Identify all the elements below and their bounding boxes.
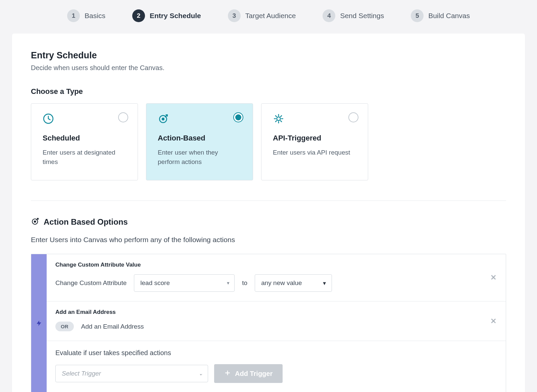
action-based-header: Action Based Options (31, 217, 506, 227)
page-subtitle: Decide when users should enter the Canva… (31, 64, 506, 72)
step-target-audience[interactable]: 3 Target Audience (228, 9, 296, 22)
gear-icon (273, 113, 284, 124)
type-card-action-based[interactable]: Action-Based Enter user when they perfor… (146, 103, 253, 180)
trigger-row-title: Add an Email Address (55, 309, 497, 316)
choose-a-type-heading: Choose a Type (31, 87, 506, 96)
step-label: Send Settings (340, 12, 384, 20)
step-label: Build Canvas (428, 12, 470, 20)
add-trigger-button[interactable]: Add Trigger (214, 364, 283, 383)
action-based-subheading: Enter Users into Canvas who perform any … (31, 236, 506, 244)
main-panel: Entry Schedule Decide when users should … (12, 34, 525, 392)
evaluate-row: Evaluate if user takes specified actions… (47, 341, 506, 392)
select-trigger[interactable]: Select Trigger ⌄ (55, 365, 208, 382)
svg-point-2 (162, 118, 165, 121)
type-card-scheduled[interactable]: Scheduled Enter users at designated time… (31, 103, 138, 180)
type-card-title: Scheduled (43, 134, 126, 143)
triggers-body: Change Custom Attribute Value Change Cus… (47, 254, 506, 392)
attribute-select[interactable]: lead score ▾ (134, 274, 235, 292)
select-trigger-placeholder: Select Trigger (62, 370, 101, 377)
type-card-title: API-Triggered (273, 134, 356, 143)
target-icon (31, 217, 40, 227)
type-card-desc: Enter user when they perform actions (158, 148, 241, 166)
step-label: Entry Schedule (150, 12, 201, 20)
radio-action-based[interactable] (233, 112, 243, 122)
radio-api-triggered[interactable] (348, 112, 358, 122)
clock-icon (43, 113, 54, 124)
target-value-select-value: any new value (261, 279, 302, 287)
trigger-desc: Add an Email Address (81, 323, 144, 330)
trigger-joiner: to (242, 279, 247, 287)
add-trigger-label: Add Trigger (235, 370, 273, 378)
type-card-title: Action-Based (158, 134, 241, 143)
chevron-down-icon: ▾ (227, 280, 230, 286)
chevron-down-icon: ▼ (322, 280, 327, 286)
plus-icon (224, 370, 231, 378)
step-build-canvas[interactable]: 5 Build Canvas (411, 9, 470, 22)
type-card-desc: Enter users at designated times (43, 148, 126, 166)
target-icon (158, 113, 169, 124)
divider (31, 201, 506, 201)
evaluate-label: Evaluate if user takes specified actions (55, 349, 497, 357)
type-cards: Scheduled Enter users at designated time… (31, 103, 506, 180)
step-number: 5 (411, 9, 424, 22)
step-label: Target Audience (245, 12, 296, 20)
step-send-settings[interactable]: 4 Send Settings (323, 9, 384, 22)
triggers-rail (31, 254, 47, 392)
trigger-row-add-email: Add an Email Address OR Add an Email Add… (47, 301, 506, 341)
svg-point-3 (277, 117, 281, 121)
lightning-icon (36, 320, 42, 328)
page-title: Entry Schedule (31, 50, 506, 61)
target-value-select[interactable]: any new value ▼ (255, 274, 332, 292)
svg-point-5 (34, 221, 36, 223)
step-label: Basics (85, 12, 105, 20)
wizard-stepper: 1 Basics 2 Entry Schedule 3 Target Audie… (0, 0, 537, 34)
step-number: 4 (323, 9, 335, 22)
action-based-heading: Action Based Options (44, 217, 128, 227)
step-number: 2 (132, 9, 145, 22)
chevron-down-icon: ⌄ (199, 371, 203, 377)
trigger-prefix-label: Change Custom Attribute (55, 279, 127, 287)
step-entry-schedule[interactable]: 2 Entry Schedule (132, 9, 201, 22)
triggers-block: Change Custom Attribute Value Change Cus… (31, 254, 506, 392)
type-card-api-triggered[interactable]: API-Triggered Enter users via API reques… (261, 103, 368, 180)
step-number: 1 (67, 9, 80, 22)
remove-trigger-button[interactable]: ✕ (490, 273, 496, 282)
attribute-select-value: lead score (140, 279, 170, 287)
radio-scheduled[interactable] (118, 112, 128, 122)
step-basics[interactable]: 1 Basics (67, 9, 105, 22)
step-number: 3 (228, 9, 241, 22)
type-card-desc: Enter users via API request (273, 148, 356, 157)
or-pill: OR (55, 322, 74, 331)
trigger-row-title: Change Custom Attribute Value (55, 262, 497, 268)
trigger-row-change-attribute: Change Custom Attribute Value Change Cus… (47, 254, 506, 301)
remove-trigger-button[interactable]: ✕ (490, 317, 496, 326)
